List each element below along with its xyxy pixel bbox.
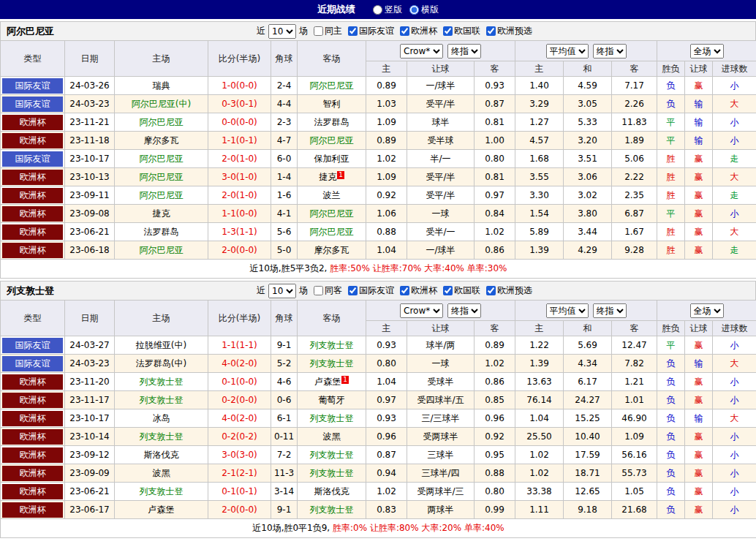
corners: 0-11 [271, 428, 298, 446]
europe-draw-odds: 4.59 [564, 77, 612, 95]
match-date: 24-03-27 [65, 336, 115, 355]
asian-away-odds: 0.89 [475, 336, 515, 355]
same-venue-checkbox[interactable]: 同客 [308, 284, 342, 297]
away-team-name: 列支敦士登 [310, 340, 354, 350]
europe-away-odds: 1.05 [612, 483, 657, 501]
home-team-name: 阿尔巴尼亚 [140, 117, 184, 127]
result-scope-select[interactable]: 全场 [690, 44, 724, 58]
match-row: 欧洲杯23-09-09波黑2-1(2-1)11-3列支敦士登0.94三球半/四0… [1, 464, 756, 483]
home-team-cell: 阿尔巴尼亚(中) [115, 95, 208, 113]
competition-checkbox[interactable]: 国际友谊 [342, 284, 394, 297]
win-loss-result: 平 [657, 113, 685, 132]
column-header: 客场 [298, 301, 366, 336]
competition-checkbox[interactable]: 欧国联 [437, 25, 480, 37]
competition-checkbox[interactable]: 欧洲杯 [394, 25, 437, 37]
layout-radio-vertical[interactable]: 竖版 [373, 4, 402, 16]
competition-checkbox[interactable]: 欧国联 [437, 284, 480, 297]
handicap-result: 输 [685, 355, 713, 373]
score-halftime: 3-0(1-0) [208, 168, 271, 186]
competition-type-badge: 欧洲杯 [2, 188, 63, 203]
match-row: 欧洲杯23-06-21列支敦士登0-1(0-1)3-14斯洛伐克1.02受两球半… [1, 483, 756, 501]
home-team-cell: 阿尔巴尼亚 [115, 168, 208, 186]
checkbox-input[interactable] [486, 286, 496, 295]
asian-away-odds: 1.02 [475, 355, 515, 373]
asian-away-odds: 0.86 [475, 241, 515, 260]
handicap-result: 赢 [685, 336, 713, 355]
asian-home-odds: 0.97 [366, 391, 407, 409]
odds-source-select[interactable]: Crow* [400, 303, 443, 318]
sub-column-header: 进球数 [713, 61, 756, 77]
europe-odds-select[interactable]: 终指 [593, 303, 627, 318]
corners: 4-4 [271, 95, 298, 113]
checkbox-input[interactable] [443, 26, 453, 36]
competition-checkbox[interactable]: 欧洲预选 [480, 284, 532, 297]
europe-draw-odds: 9.18 [564, 501, 612, 519]
layout-radio-horizontal[interactable]: 横版 [409, 4, 439, 16]
asian-home-odds: 0.87 [366, 446, 407, 464]
match-row: 国际友谊24-03-23阿尔巴尼亚(中)0-3(0-1)4-4智利1.03受平/… [1, 95, 756, 113]
score-halftime: 1-3(1-1) [208, 223, 271, 241]
column-header: 角球 [271, 41, 298, 77]
win-loss-result: 负 [657, 409, 685, 428]
sub-column-header: 主 [366, 61, 407, 77]
competition-type-cell: 欧洲杯 [1, 446, 65, 464]
page-title: 近期战绩 [317, 3, 355, 16]
checkbox-input[interactable] [400, 286, 409, 295]
team-name: 列支敦士登 [1, 284, 257, 298]
horizontal-radio-input[interactable] [409, 5, 419, 15]
corners: 11-3 [271, 464, 298, 483]
away-team-cell: 摩尔多瓦 [298, 241, 366, 260]
summary-segment: 胜率:0% [330, 523, 367, 533]
competition-checkbox[interactable]: 欧洲杯 [394, 284, 437, 297]
asian-handicap-line: 一球 [407, 205, 475, 223]
home-team-cell: 法罗群岛 [115, 223, 208, 241]
match-count-select[interactable]: 10 [268, 284, 296, 298]
vertical-radio-input[interactable] [373, 5, 382, 15]
checkbox-input[interactable] [314, 26, 323, 36]
odds-source-select[interactable]: 终指 [447, 44, 481, 58]
results-table: 类型日期主场比分(半场)角球客场Crow*终指平均值终指全场主让球客主和客胜负让… [0, 300, 756, 538]
checkbox-input[interactable] [400, 26, 409, 36]
checkbox-input[interactable] [314, 286, 323, 295]
win-loss-result: 胜 [657, 150, 685, 168]
same-venue-checkbox[interactable]: 同主 [308, 25, 342, 37]
competition-checkbox[interactable]: 国际友谊 [342, 25, 394, 37]
competition-type-cell: 欧洲杯 [1, 501, 65, 519]
away-team-cell: 列支敦士登 [298, 501, 366, 519]
team-sections-container: 阿尔巴尼亚近10场同主国际友谊欧洲杯欧国联欧洲预选类型日期主场比分(半场)角球客… [0, 21, 756, 538]
match-count-select[interactable]: 10 [268, 24, 296, 39]
europe-home-odds: 1.27 [515, 113, 564, 132]
competition-type-cell: 欧洲杯 [1, 391, 65, 409]
checkbox-input[interactable] [486, 26, 496, 36]
competition-checkbox[interactable]: 欧洲预选 [480, 25, 532, 37]
over-under-result: 小 [713, 113, 756, 132]
home-team-name: 斯洛伐克 [144, 450, 179, 460]
handicap-result: 赢 [685, 501, 713, 519]
europe-odds-select[interactable]: 终指 [593, 44, 627, 58]
odds-source-select[interactable]: 终指 [447, 303, 481, 318]
match-date: 23-06-17 [65, 501, 115, 519]
match-row: 欧洲杯23-11-21阿尔巴尼亚0-0(0-0)2-3法罗群岛1.09球半0.8… [1, 113, 756, 132]
home-team-cell: 列支敦士登 [115, 483, 208, 501]
match-date: 24-03-23 [65, 355, 115, 373]
handicap-result: 赢 [685, 186, 713, 205]
europe-odds-select[interactable]: 平均值 [546, 44, 589, 58]
odds-source-select[interactable]: Crow* [400, 44, 443, 58]
handicap-result: 赢 [685, 428, 713, 446]
competition-type-cell: 国际友谊 [1, 95, 65, 113]
score-halftime: 0-1(0-0) [208, 373, 271, 391]
europe-home-odds: 3.55 [515, 168, 564, 186]
sub-column-header: 让球 [407, 61, 475, 77]
checkbox-input[interactable] [443, 286, 453, 295]
corners: 4-7 [271, 132, 298, 150]
result-scope-select[interactable]: 全场 [690, 303, 724, 318]
sub-column-header: 主 [366, 321, 407, 336]
europe-home-odds: 33.38 [515, 483, 564, 501]
checkbox-input[interactable] [348, 26, 358, 36]
europe-draw-odds: 3.05 [564, 95, 612, 113]
competition-type-cell: 欧洲杯 [1, 464, 65, 483]
checkbox-input[interactable] [348, 286, 358, 295]
europe-odds-select[interactable]: 平均值 [546, 303, 589, 318]
handicap-result: 赢 [685, 241, 713, 260]
competition-type-cell: 欧洲杯 [1, 241, 65, 260]
